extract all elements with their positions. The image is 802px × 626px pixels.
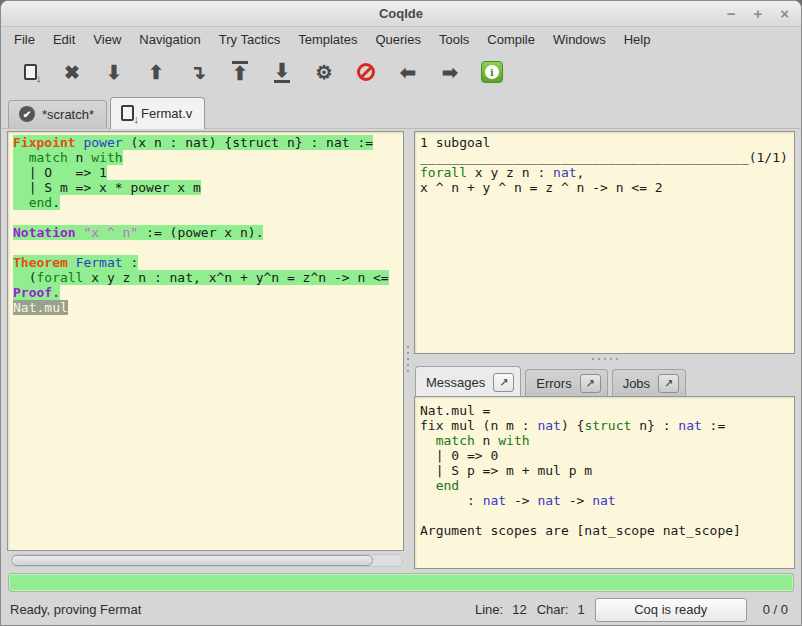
- fully-check-gear-icon: ⚙: [315, 63, 332, 82]
- close-buffer-button[interactable]: ✖: [51, 55, 93, 89]
- toolbar: ✖⬇⬆↴⬆⬇⚙⬅➡i: [1, 52, 801, 92]
- tab-fermat-v[interactable]: Fermat.v: [110, 97, 205, 129]
- menu-view[interactable]: View: [84, 28, 130, 51]
- go-to-cursor-icon: ↴: [190, 63, 206, 82]
- maximize-button[interactable]: +: [753, 6, 762, 21]
- code-line: [420, 508, 794, 523]
- code-line: Proof.: [13, 285, 403, 300]
- detach-panel-button[interactable]: ↗: [580, 374, 601, 393]
- code-line: [13, 240, 403, 255]
- about-info-button[interactable]: i: [471, 55, 513, 89]
- code-line: : nat -> nat -> nat: [420, 493, 794, 508]
- go-to-end-icon: ⬇: [274, 61, 290, 83]
- char-value: 1: [577, 602, 584, 617]
- tab-label: *scratch*: [42, 107, 94, 122]
- go-to-cursor-button[interactable]: ↴: [177, 55, 219, 89]
- minimize-button[interactable]: −: [727, 6, 736, 21]
- job-counter: 0 / 0: [763, 602, 788, 617]
- messages-view[interactable]: Nat.mul =fix mul (n m : nat) {struct n} …: [414, 396, 795, 569]
- close-button[interactable]: ×: [780, 6, 789, 21]
- messages-notebook: Messages↗Errors↗Jobs↗ Nat.mul =fix mul (…: [414, 364, 795, 569]
- code-line: match n with: [420, 433, 794, 448]
- fully-check-gear-button[interactable]: ⚙: [303, 55, 345, 89]
- tab-label: Jobs: [623, 376, 650, 391]
- char-label: Char:: [537, 602, 569, 617]
- splitter-handle-icon: [407, 346, 409, 372]
- save-icon: [24, 64, 37, 80]
- code-line: Notation "x ^ n" := (power x n).: [13, 225, 403, 240]
- code-line: [13, 210, 403, 225]
- next-occurrence-icon: ➡: [442, 63, 458, 82]
- save-button[interactable]: [9, 55, 51, 89]
- code-line: fix mul (n m : nat) {struct n} : nat :=: [420, 418, 794, 433]
- script-editor[interactable]: Fixpoint power (x n : nat) {struct n} : …: [7, 131, 404, 551]
- code-line: Nat.mul =: [420, 403, 794, 418]
- detach-panel-button[interactable]: ↗: [493, 373, 514, 392]
- backward-one-command-icon: ⬆: [148, 63, 164, 82]
- tab-messages[interactable]: Messages↗: [415, 366, 521, 397]
- saved-check-icon: ✔: [19, 106, 35, 122]
- go-to-end-button[interactable]: ⬇: [261, 55, 303, 89]
- proof-column: 1 subgoal_______________________________…: [414, 131, 795, 569]
- line-label: Line:: [475, 602, 503, 617]
- window-title: CoqIde: [379, 6, 423, 21]
- menu-queries[interactable]: Queries: [366, 28, 430, 51]
- scrollbar-thumb[interactable]: [11, 555, 373, 566]
- menu-tools[interactable]: Tools: [430, 28, 478, 51]
- next-occurrence-button[interactable]: ➡: [429, 55, 471, 89]
- menu-compile[interactable]: Compile: [478, 28, 544, 51]
- code-line: Nat.mul: [13, 300, 403, 315]
- horizontal-splitter[interactable]: [414, 354, 795, 364]
- coqide-window: CoqIde −+× FileEditViewNavigationTry Tac…: [0, 0, 802, 626]
- interrupt-button[interactable]: [345, 55, 387, 89]
- code-line: | S m => x * power x m: [13, 180, 403, 195]
- code-line: forall x y z n : nat,: [420, 165, 794, 180]
- forward-one-command-button[interactable]: ⬇: [93, 55, 135, 89]
- tab-errors[interactable]: Errors↗: [525, 369, 607, 396]
- script-pane: Fixpoint power (x n : nat) {struct n} : …: [7, 131, 404, 569]
- coq-status-indicator: Coq is ready: [595, 598, 747, 622]
- menu-windows[interactable]: Windows: [544, 28, 615, 51]
- code-line: end.: [13, 195, 403, 210]
- code-line: x ^ n + y ^ n = z ^ n -> n <= 2: [420, 180, 794, 195]
- goals-view[interactable]: 1 subgoal_______________________________…: [414, 131, 795, 354]
- code-line: (forall x y z n : nat, x^n + y^n = z^n -…: [13, 270, 403, 285]
- tab-scratch[interactable]: ✔*scratch*: [8, 100, 107, 128]
- menu-templates[interactable]: Templates: [289, 28, 366, 51]
- code-line: end: [420, 478, 794, 493]
- status-message: Ready, proving Fermat: [10, 602, 465, 617]
- code-line: match n with: [13, 150, 403, 165]
- horizontal-scrollbar[interactable]: [8, 554, 403, 567]
- about-info-icon: i: [481, 61, 503, 83]
- code-line: 1 subgoal: [420, 135, 794, 150]
- tab-label: Errors: [536, 376, 571, 391]
- splitter-handle-icon: [592, 358, 618, 360]
- backward-one-command-button[interactable]: ⬆: [135, 55, 177, 89]
- document-save-icon: [121, 105, 134, 121]
- detach-panel-button[interactable]: ↗: [658, 374, 679, 393]
- code-line: Theorem Fermat :: [13, 255, 403, 270]
- menu-file[interactable]: File: [5, 28, 44, 51]
- code-line: Fixpoint power (x n : nat) {struct n} : …: [13, 135, 403, 150]
- menu-help[interactable]: Help: [615, 28, 660, 51]
- tab-label: Fermat.v: [141, 106, 192, 121]
- tab-label: Messages: [426, 375, 485, 390]
- status-bar: Ready, proving Fermat Line: 12 Char: 1 C…: [1, 594, 801, 625]
- restart-to-start-button[interactable]: ⬆: [219, 55, 261, 89]
- code-line: Argument scopes are [nat_scope nat_scope…: [420, 523, 794, 538]
- title-bar[interactable]: CoqIde −+×: [1, 1, 801, 27]
- menu-bar: FileEditViewNavigationTry TacticsTemplat…: [1, 27, 801, 52]
- progress-bar: [8, 573, 794, 592]
- vertical-splitter[interactable]: [404, 131, 414, 569]
- tab-jobs[interactable]: Jobs↗: [612, 369, 686, 396]
- interrupt-icon: [357, 63, 375, 81]
- line-value: 12: [512, 602, 526, 617]
- previous-occurrence-button[interactable]: ⬅: [387, 55, 429, 89]
- menu-edit[interactable]: Edit: [44, 28, 84, 51]
- editor-tab-bar: ✔*scratch*Fermat.v: [1, 92, 801, 129]
- restart-to-start-icon: ⬆: [232, 61, 248, 83]
- menu-navigation[interactable]: Navigation: [130, 28, 209, 51]
- menu-try-tactics[interactable]: Try Tactics: [210, 28, 289, 51]
- code-line: ________________________________________…: [420, 150, 794, 165]
- forward-one-command-icon: ⬇: [106, 63, 122, 82]
